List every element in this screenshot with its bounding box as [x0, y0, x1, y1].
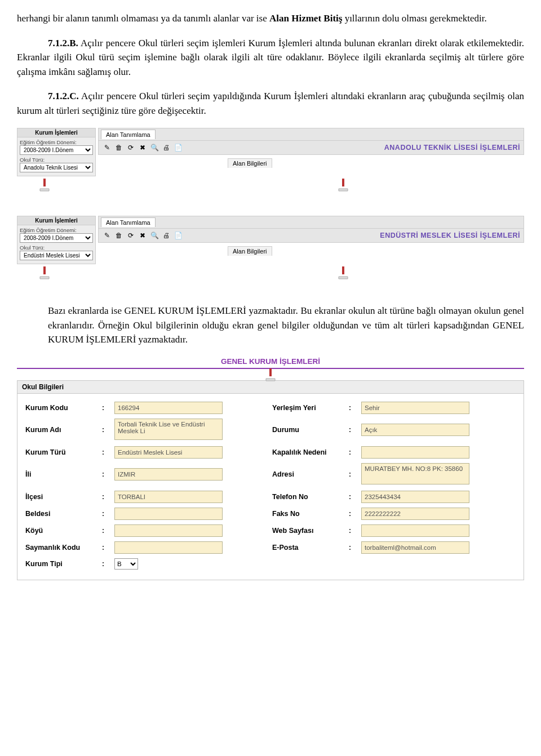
cancel-icon[interactable]: ✖: [138, 143, 148, 153]
label-kurum-adi: Kurum Adı: [25, 426, 99, 434]
label-eposta: E-Posta: [272, 544, 345, 552]
sidebar-title: Kurum İşlemleri: [17, 216, 95, 225]
select-donem[interactable]: 2008-2009 I.Dönem: [20, 233, 93, 243]
paragraph-genel: Bazı ekranlarda ise GENEL KURUM İŞLEMLER…: [48, 304, 524, 347]
label-kurum-kodu: Kurum Kodu: [25, 404, 99, 412]
export-icon[interactable]: 📄: [173, 230, 183, 241]
cancel-icon[interactable]: ✖: [138, 230, 148, 241]
label-beldesi: Beldesi: [25, 510, 99, 518]
input-web[interactable]: [361, 524, 469, 537]
label-yerlesim: Yerleşim Yeri: [272, 404, 345, 412]
input-saymanlik[interactable]: [114, 541, 223, 554]
tab-row: Alan Tanımlama: [98, 128, 524, 141]
alan-bilgileri-label: Alan Bilgileri: [228, 246, 272, 256]
input-kapalilik[interactable]: [361, 446, 469, 459]
label-donem: Eğitim Öğretim Dönemi:: [20, 227, 93, 233]
input-kurum-turu[interactable]: [114, 446, 223, 459]
para2-text: Açılır pencere Okul türleri seçim işleml…: [17, 38, 524, 77]
edit-icon[interactable]: ✎: [102, 143, 112, 153]
pointer-icon: [335, 177, 352, 194]
para1-bold: Alan Hizmet Bitiş: [269, 13, 342, 24]
sidebar-kurum-islemleri: Kurum İşlemleri Eğitim Öğretim Dönemi: 2…: [17, 128, 96, 176]
toolbar: ✎ 🗑 ⟳ ✖ 🔍 🖨 📄 ANADOLU TEKNİK LİSESİ İŞLE…: [98, 141, 524, 155]
sidebar-title: Kurum İşlemleri: [17, 128, 95, 137]
okul-box: Okul Bilgileri Kurum Kodu : Yerleşim Yer…: [17, 380, 524, 580]
toolbar: ✎ 🗑 ⟳ ✖ 🔍 🖨 📄 ENDÜSTRİ MESLEK LİSESİ İŞL…: [98, 229, 524, 243]
screenshot-anadolu: Kurum İşlemleri Eğitim Öğretim Dönemi: 2…: [17, 128, 524, 194]
print-icon[interactable]: 🖨: [161, 143, 171, 153]
search-icon[interactable]: 🔍: [149, 230, 159, 241]
search-icon[interactable]: 🔍: [149, 143, 159, 153]
select-kurum-tipi[interactable]: B: [114, 558, 138, 570]
refresh-icon[interactable]: ⟳: [126, 230, 136, 241]
toolbar-title: ENDÜSTRİ MESLEK LİSESİ İŞLEMLERİ: [380, 232, 520, 239]
para1-prefix: herhangi bir alanın tanımlı olmaması ya …: [17, 13, 269, 24]
pointer-icon: [335, 265, 352, 282]
toolbar-title: ANADOLU TEKNİK LİSESİ İŞLEMLERİ: [384, 144, 520, 152]
alan-bilgileri-label: Alan Bilgileri: [228, 158, 272, 168]
input-ili[interactable]: [114, 468, 223, 481]
pointer-icon: [36, 177, 53, 194]
refresh-icon[interactable]: ⟳: [126, 143, 136, 153]
label-kurum-tipi: Kurum Tipi: [25, 560, 99, 568]
label-kurum-turu: Kurum Türü: [25, 448, 99, 456]
delete-icon[interactable]: 🗑: [114, 143, 124, 153]
pointer-icon: [262, 367, 279, 384]
label-ilcesi: İlçesi: [25, 493, 99, 501]
select-donem[interactable]: 2008-2009 I.Dönem: [20, 145, 93, 155]
paragraph-712c: 7.1.2.C. Açılır pencere Okul türleri seç…: [17, 89, 524, 118]
tab-alan-tanimlama[interactable]: Alan Tanımlama: [101, 217, 156, 227]
label-saymanlik: Saymanlık Kodu: [25, 544, 99, 552]
label-durumu: Durumu: [272, 426, 345, 434]
screenshot-endustri: Kurum İşlemleri Eğitim Öğretim Dönemi: 2…: [17, 216, 524, 282]
input-koyu[interactable]: [114, 524, 223, 537]
input-faks[interactable]: [361, 508, 469, 520]
tab-alan-tanimlama[interactable]: Alan Tanımlama: [101, 130, 156, 139]
label-web: Web Sayfası: [272, 527, 345, 535]
input-eposta[interactable]: [361, 541, 469, 554]
okul-header: GENEL KURUM İŞLEMLERİ: [17, 357, 524, 369]
print-icon[interactable]: 🖨: [161, 230, 171, 241]
label-okul-turu: Okul Türü:: [20, 157, 93, 163]
input-adresi[interactable]: [361, 463, 469, 484]
delete-icon[interactable]: 🗑: [114, 230, 124, 241]
label-adresi: Adresi: [272, 470, 345, 478]
input-beldesi[interactable]: [114, 508, 223, 520]
input-kurum-adi[interactable]: [114, 419, 223, 440]
para1-suffix: yıllarının dolu olması gerekmektedir.: [342, 13, 486, 24]
section-label-712c: 7.1.2.C.: [48, 91, 79, 101]
section-label-712b: 7.1.2.B.: [48, 38, 78, 48]
input-telefon[interactable]: [361, 491, 469, 503]
input-yerlesim[interactable]: [361, 402, 469, 414]
okul-bilgileri-panel: GENEL KURUM İŞLEMLERİ Okul Bilgileri Kur…: [17, 357, 524, 580]
input-ilcesi[interactable]: [114, 491, 223, 503]
label-donem: Eğitim Öğretim Dönemi:: [20, 139, 93, 145]
label-faks: Faks No: [272, 510, 345, 518]
select-okul-turu[interactable]: Anadolu Teknik Lisesi: [20, 163, 93, 172]
label-koyu: Köyü: [25, 527, 99, 535]
para3-text: Açılır pencere Okul türleri seçim yapıld…: [17, 91, 524, 116]
label-kapalilik: Kapalılık Nedeni: [272, 448, 345, 456]
tab-row: Alan Tanımlama: [98, 216, 524, 229]
pointer-icon: [36, 265, 53, 282]
input-kurum-kodu[interactable]: [114, 402, 223, 414]
select-okul-turu[interactable]: Endüstri Meslek Lisesi: [20, 251, 93, 260]
label-ili: İli: [25, 470, 99, 478]
export-icon[interactable]: 📄: [173, 143, 183, 153]
label-okul-turu: Okul Türü:: [20, 244, 93, 251]
label-telefon: Telefon No: [272, 493, 345, 501]
paragraph-712b: 7.1.2.B. Açılır pencere Okul türleri seç…: [17, 36, 524, 79]
edit-icon[interactable]: ✎: [102, 230, 112, 241]
sidebar-kurum-islemleri: Kurum İşlemleri Eğitim Öğretim Dönemi: 2…: [17, 216, 96, 264]
paragraph-intro: herhangi bir alanın tanımlı olmaması ya …: [17, 11, 524, 26]
input-durumu[interactable]: [361, 424, 469, 436]
